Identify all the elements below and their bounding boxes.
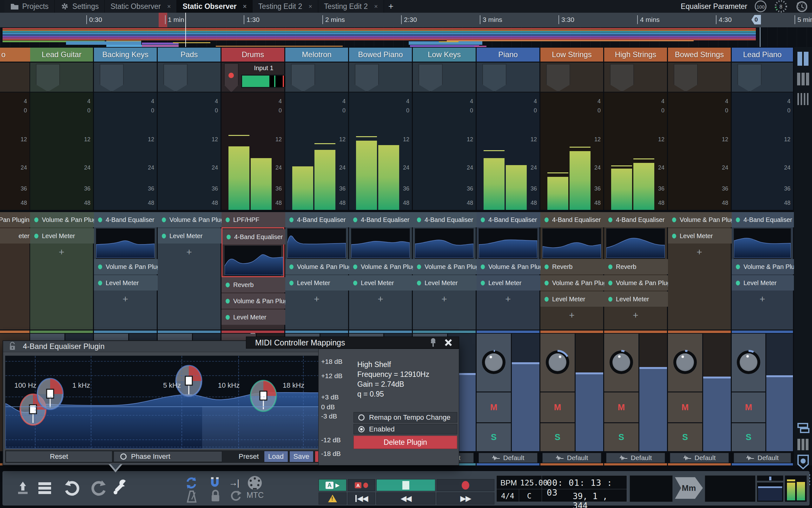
- channel-name-header[interactable]: Pads: [158, 48, 221, 61]
- enabled-option[interactable]: Enabled: [353, 424, 457, 434]
- add-plugin-button[interactable]: +: [285, 292, 348, 307]
- clips-view-icon[interactable]: [796, 421, 811, 435]
- mute-button[interactable]: M: [540, 392, 575, 422]
- eq-band-handle-3[interactable]: [176, 366, 201, 396]
- close-tab-icon[interactable]: ×: [308, 3, 312, 10]
- plugin-row[interactable]: Volume & Pan Plugin: [285, 259, 352, 274]
- input-assign-tag[interactable]: [610, 64, 634, 92]
- default-preset-button[interactable]: Default: [478, 453, 537, 463]
- plugin-row[interactable]: Volume & Pan Plugin: [540, 275, 607, 291]
- channel-name-header[interactable]: High Strings: [604, 48, 667, 61]
- tab-testing-edit-2[interactable]: Testing Edit 2×: [252, 0, 318, 13]
- close-tab-icon[interactable]: ×: [243, 3, 246, 10]
- plugin-row[interactable]: Reverb: [540, 259, 607, 274]
- strip-width-narrow-icon[interactable]: [796, 91, 810, 107]
- volume-fader-track[interactable]: [766, 334, 793, 451]
- add-plugin-button[interactable]: +: [604, 308, 667, 323]
- mute-button[interactable]: M: [732, 392, 765, 422]
- warning-button[interactable]: [319, 493, 346, 505]
- mixer-view-icon[interactable]: [796, 437, 811, 452]
- badge-view-icon[interactable]: [796, 454, 811, 470]
- channel-name-header[interactable]: Low Keys: [413, 48, 476, 61]
- volume-fader-track[interactable]: [703, 334, 731, 451]
- lock-open-icon[interactable]: [8, 342, 17, 351]
- selected-plugin-group[interactable]: 4-Band Equaliser: [222, 227, 284, 277]
- plugin-eq-thumbnail[interactable]: [96, 228, 155, 259]
- redo-icon[interactable]: [91, 480, 107, 497]
- arrangement-overview[interactable]: [0, 27, 812, 47]
- channel-name-header[interactable]: Lead Guitar: [30, 48, 93, 61]
- plugin-row[interactable]: Level Meter: [477, 275, 543, 291]
- pan-knob[interactable]: [480, 349, 507, 376]
- plugin-row[interactable]: Pan Plugin: [0, 212, 32, 227]
- plugin-row[interactable]: 4-Band Equaliser: [94, 212, 161, 227]
- default-preset-button[interactable]: Default: [670, 453, 729, 463]
- plugin-eq-thumbnail[interactable]: [415, 228, 474, 259]
- pan-knob[interactable]: [672, 349, 699, 376]
- add-plugin-button[interactable]: +: [158, 245, 221, 260]
- timeline-ruler[interactable]: 0:301 min1:302 mins2:303 mins3:304 mins4…: [0, 13, 812, 28]
- plugin-row[interactable]: Volume & Pan Plugin: [477, 259, 543, 274]
- channel-name-header[interactable]: Melotron: [285, 48, 348, 61]
- remap-tempo-option[interactable]: Remap on Tempo Change: [353, 412, 457, 423]
- plugin-row[interactable]: Level Meter: [413, 275, 480, 291]
- mute-button[interactable]: M: [604, 392, 638, 422]
- plugin-eq-thumbnail[interactable]: [542, 228, 601, 259]
- input-assign-tag[interactable]: [355, 64, 379, 92]
- marker-mode-badge[interactable]: Mm: [675, 477, 703, 499]
- auto-play-button[interactable]: A ▶: [319, 479, 346, 491]
- record-arm-tag[interactable]: [224, 63, 239, 92]
- eq-band-handle-2[interactable]: [38, 379, 63, 409]
- default-preset-button[interactable]: Default: [734, 453, 791, 463]
- add-plugin-button[interactable]: +: [30, 245, 93, 260]
- plugin-row[interactable]: Level Meter: [158, 228, 225, 244]
- plugin-eq-thumbnail[interactable]: [478, 228, 537, 259]
- volume-fader-cap[interactable]: [512, 362, 539, 364]
- lock-icon[interactable]: [210, 489, 221, 503]
- add-plugin-button[interactable]: +: [732, 292, 793, 307]
- strip-width-medium-icon[interactable]: [796, 71, 810, 87]
- fast-forward-button[interactable]: ▶▶: [437, 493, 494, 505]
- input-assign-tag[interactable]: [100, 64, 124, 92]
- master-pan-strip[interactable]: [757, 475, 783, 481]
- punch-in-icon[interactable]: →|: [229, 478, 239, 488]
- plugin-row[interactable]: Level Meter: [349, 275, 416, 291]
- tab-projects[interactable]: Projects: [4, 0, 55, 13]
- plugin-eq-thumbnail[interactable]: [224, 245, 281, 276]
- plugin-row[interactable]: Level Meter: [222, 309, 288, 325]
- sync-icon[interactable]: [184, 476, 198, 489]
- volume-fader-cap[interactable]: [703, 377, 731, 378]
- new-tab-button[interactable]: +: [384, 0, 398, 13]
- plugin-eq-thumbnail[interactable]: [606, 228, 665, 259]
- channel-name-header[interactable]: Lead Piano: [732, 48, 793, 61]
- add-plugin-button[interactable]: +: [413, 292, 476, 307]
- volume-fader-cap[interactable]: [576, 372, 603, 374]
- plugin-row[interactable]: 4-Band Equaliser: [477, 212, 543, 227]
- plugin-row[interactable]: Level Meter: [604, 292, 671, 307]
- channel-name-header[interactable]: Bowed Strings: [668, 48, 731, 61]
- plugin-eq-thumbnail[interactable]: [287, 228, 346, 259]
- input-assign-tag[interactable]: [674, 64, 698, 92]
- mute-button[interactable]: M: [477, 392, 511, 422]
- solo-button[interactable]: S: [732, 423, 765, 451]
- volume-fader-cap[interactable]: [766, 375, 793, 377]
- playhead[interactable]: [185, 13, 186, 47]
- preset-save-button[interactable]: Save: [289, 451, 314, 462]
- plugin-row[interactable]: Level Meter: [540, 292, 607, 307]
- add-plugin-button[interactable]: +: [668, 245, 731, 260]
- plugin-row[interactable]: Level Meter: [668, 228, 735, 244]
- mute-button[interactable]: M: [668, 392, 702, 422]
- solo-button[interactable]: S: [668, 423, 702, 451]
- close-icon[interactable]: [443, 337, 454, 348]
- plugin-row[interactable]: Volume & Pan Plugin: [30, 212, 97, 227]
- channel-name-header[interactable]: Drums: [222, 48, 284, 61]
- input-assign-tag[interactable]: [482, 64, 507, 92]
- master-fader[interactable]: [757, 482, 783, 502]
- add-plugin-button[interactable]: +: [94, 292, 157, 307]
- menu-icon[interactable]: [37, 481, 52, 496]
- tab-static-observer[interactable]: Static Observer×: [105, 0, 177, 13]
- plugin-row[interactable]: 4-Band Equaliser: [285, 212, 352, 227]
- history-clock-icon[interactable]: [793, 0, 809, 13]
- pan-knob[interactable]: [735, 349, 762, 376]
- bpm-value[interactable]: 125.00: [520, 478, 548, 488]
